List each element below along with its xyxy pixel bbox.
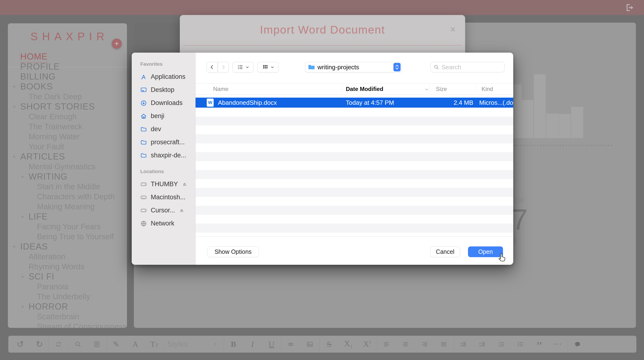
- align-left-icon: [383, 341, 390, 348]
- comment-button[interactable]: [568, 336, 587, 352]
- toolbar-group: [281, 336, 320, 352]
- sidebar-item-short-stories[interactable]: ▾SHORT STORIES: [8, 102, 127, 112]
- close-icon[interactable]: ×: [450, 25, 456, 34]
- sidebar-item-writing[interactable]: ▾WRITING: [8, 172, 127, 182]
- sidebar-item-life[interactable]: ▾LIFE: [8, 212, 127, 222]
- strikethrough-button[interactable]: S: [320, 336, 339, 352]
- column-date-modified[interactable]: Date Modified: [346, 84, 383, 94]
- align-center-button[interactable]: [396, 336, 415, 352]
- subscript-button[interactable]: X1: [339, 336, 358, 352]
- caret-down-icon: ▾: [13, 242, 16, 252]
- image-icon: [306, 341, 314, 348]
- sidebar-item-rhyming-words[interactable]: Rhyming Words: [8, 262, 127, 272]
- align-justify-button[interactable]: [434, 336, 453, 352]
- sidebar-item-paranoia[interactable]: Paranoia: [8, 282, 127, 292]
- sidebar-item-being-true-to-yourself[interactable]: Being True to Yourself: [8, 232, 127, 242]
- file-row-selected[interactable]: W AbandonedShip.docx Today at 4:57 PM 2.…: [196, 98, 513, 108]
- locations-item-network[interactable]: Network: [140, 217, 195, 230]
- sidebar-item-articles[interactable]: ▾ARTICLES: [8, 152, 127, 162]
- font-color-button[interactable]: A: [126, 336, 145, 352]
- redo-button[interactable]: ↻: [30, 336, 49, 352]
- back-button[interactable]: [206, 62, 218, 72]
- eject-icon[interactable]: [179, 208, 184, 213]
- sidebar-item-label: Being True to Yourself: [37, 232, 114, 241]
- ordered-list-button[interactable]: 12: [492, 336, 511, 352]
- sidebar-item-morning-water[interactable]: Morning Water: [8, 132, 127, 142]
- sidebar-item-stream-of-consciousness[interactable]: Stream of Consciousness: [8, 322, 127, 328]
- sidebar-item-books[interactable]: ▾BOOKS: [8, 82, 127, 92]
- more-button[interactable]: ···: [549, 336, 568, 352]
- sidebar-item-facing-your-fears[interactable]: Facing Your Fears: [8, 222, 127, 232]
- column-size[interactable]: Size: [436, 84, 447, 94]
- sidebar-item-the-underbelly[interactable]: The Underbelly: [8, 292, 127, 302]
- sidebar-item-profile[interactable]: PROFILE: [8, 62, 127, 72]
- indent-button[interactable]: [472, 336, 492, 352]
- blockquote-button[interactable]: ”: [530, 336, 549, 352]
- favorites-item-applications[interactable]: Applications: [140, 70, 195, 83]
- sign-out-icon[interactable]: [624, 3, 634, 12]
- sidebar-item-characters-with-depth[interactable]: Characters with Depth: [8, 192, 127, 202]
- list-view-button[interactable]: [232, 62, 254, 72]
- sidebar-item-start-in-the-middle[interactable]: Start in the Middle: [8, 182, 127, 192]
- column-kind[interactable]: Kind: [482, 84, 493, 94]
- add-project-button[interactable]: +: [112, 38, 122, 48]
- italic-button[interactable]: I: [243, 336, 262, 352]
- text-size-button[interactable]: TT: [145, 336, 164, 352]
- sidebar-item-the-dark-deep[interactable]: The Dark Deep: [8, 92, 127, 102]
- underline-button[interactable]: U: [262, 336, 281, 352]
- link-button[interactable]: [281, 336, 300, 352]
- sidebar-item-the-trainwreck[interactable]: The Trainwreck: [8, 122, 127, 132]
- sort-chevron-icon: [425, 88, 429, 92]
- column-name[interactable]: Name: [213, 84, 228, 94]
- favorites-item-downloads[interactable]: Downloads: [140, 96, 195, 110]
- cancel-button[interactable]: Cancel: [430, 246, 460, 257]
- bullet-list-button[interactable]: [511, 336, 530, 352]
- sidebar-item-home[interactable]: HOME: [8, 52, 127, 62]
- modal-title: Import Word Document: [180, 15, 465, 36]
- search-button[interactable]: [68, 336, 88, 352]
- sidebar-item-scatterbrain[interactable]: Scatterbrain: [8, 312, 127, 322]
- sidebar-item-alliteration[interactable]: Alliteration: [8, 252, 127, 262]
- bullet-list-icon: [516, 341, 524, 348]
- sidebar-item-horror[interactable]: ▾HORROR: [8, 302, 127, 312]
- sidebar-item-your-fault[interactable]: Your Fault: [8, 142, 127, 152]
- sidebar-item-ideas[interactable]: ▾IDEAS: [8, 242, 127, 252]
- sidebar-item-clear-enough[interactable]: Clear Enough: [8, 112, 127, 122]
- highlighter-button[interactable]: ✎: [107, 336, 126, 352]
- image-button[interactable]: [300, 336, 320, 352]
- undo-button[interactable]: ↺: [11, 336, 30, 352]
- locations-item-thumby[interactable]: THUMBY: [140, 178, 195, 191]
- locations-item-cursor[interactable]: Cursor...: [140, 204, 195, 217]
- bold-button[interactable]: B: [224, 336, 243, 352]
- grid-view-button[interactable]: [258, 62, 279, 72]
- document-button[interactable]: [88, 336, 106, 352]
- align-right-button[interactable]: [415, 336, 434, 352]
- chevron-down-icon: [246, 66, 249, 69]
- location-dropdown[interactable]: writing-projects: [305, 62, 402, 72]
- align-left-button[interactable]: [377, 336, 396, 352]
- sidebar-item-sci-fi[interactable]: ▾SCI FI: [8, 272, 127, 282]
- favorites-item-prosecraft[interactable]: prosecraft...: [140, 136, 195, 149]
- sync-button[interactable]: [49, 336, 68, 352]
- locations-item-macintosh[interactable]: Macintosh...: [140, 191, 195, 204]
- comment-icon: [574, 341, 581, 348]
- styles-dropdown[interactable]: Styles▼: [164, 336, 224, 352]
- superscript-button[interactable]: X1: [358, 336, 377, 352]
- favorites-item-dev[interactable]: dev: [140, 122, 195, 136]
- eject-icon[interactable]: [182, 182, 188, 187]
- forward-button[interactable]: [218, 62, 229, 72]
- list-view-icon: [237, 64, 244, 70]
- sidebar-item-mental-gymnastics[interactable]: Mental Gymnastics: [8, 162, 127, 172]
- search-field[interactable]: [430, 62, 505, 72]
- sidebar-item-billing[interactable]: BILLING: [8, 72, 127, 82]
- stepper-icon[interactable]: [394, 63, 400, 72]
- favorites-item-shaxpir-de[interactable]: shaxpir-de...: [140, 149, 195, 162]
- sidebar-item-making-meaning[interactable]: Making Meaning: [8, 202, 127, 212]
- item-label: THUMBY: [151, 180, 178, 188]
- favorites-item-desktop[interactable]: Desktop: [140, 83, 195, 96]
- outdent-button[interactable]: [454, 336, 472, 352]
- show-options-button[interactable]: Show Options: [207, 246, 259, 257]
- favorites-item-benji[interactable]: benji: [140, 110, 195, 122]
- search-input[interactable]: [441, 63, 497, 71]
- open-button[interactable]: Open: [468, 246, 503, 257]
